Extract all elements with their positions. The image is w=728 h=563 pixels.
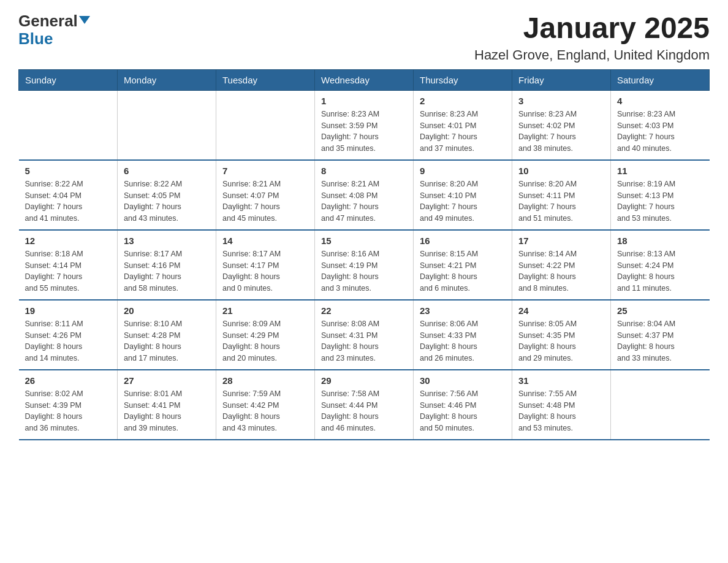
day-info: Sunrise: 8:05 AM Sunset: 4:35 PM Dayligh… [518,318,604,364]
day-info: Sunrise: 8:22 AM Sunset: 4:04 PM Dayligh… [25,178,112,224]
day-number: 1 [321,96,407,106]
logo-triangle-icon [79,16,90,24]
week-row-4: 19Sunrise: 8:11 AM Sunset: 4:26 PM Dayli… [19,300,710,370]
day-number: 2 [420,96,506,106]
calendar-cell: 27Sunrise: 8:01 AM Sunset: 4:41 PM Dayli… [118,370,216,440]
day-number: 11 [617,166,703,176]
calendar-cell: 9Sunrise: 8:20 AM Sunset: 4:10 PM Daylig… [414,160,512,230]
day-number: 5 [25,166,112,176]
calendar-cell: 23Sunrise: 8:06 AM Sunset: 4:33 PM Dayli… [414,300,512,370]
day-info: Sunrise: 8:23 AM Sunset: 4:03 PM Dayligh… [617,109,703,155]
day-number: 10 [518,166,604,176]
day-number: 28 [222,375,308,386]
calendar-cell: 22Sunrise: 8:08 AM Sunset: 4:31 PM Dayli… [315,300,414,370]
calendar-cell: 2Sunrise: 8:23 AM Sunset: 4:01 PM Daylig… [414,90,512,160]
calendar-subtitle: Hazel Grove, England, United Kingdom [474,47,710,63]
day-info: Sunrise: 7:55 AM Sunset: 4:48 PM Dayligh… [518,388,604,434]
calendar-cell: 15Sunrise: 8:16 AM Sunset: 4:19 PM Dayli… [315,230,414,300]
weekday-header-tuesday: Tuesday [216,69,315,90]
calendar-cell: 19Sunrise: 8:11 AM Sunset: 4:26 PM Dayli… [19,300,118,370]
day-number: 14 [222,236,308,246]
day-number: 12 [25,236,112,246]
calendar-cell: 29Sunrise: 7:58 AM Sunset: 4:44 PM Dayli… [315,370,414,440]
day-info: Sunrise: 8:10 AM Sunset: 4:28 PM Dayligh… [124,318,210,364]
day-number: 8 [321,166,407,176]
day-number: 26 [25,375,112,386]
day-number: 13 [124,236,210,246]
calendar-cell: 24Sunrise: 8:05 AM Sunset: 4:35 PM Dayli… [512,300,611,370]
day-info: Sunrise: 8:21 AM Sunset: 4:07 PM Dayligh… [222,178,308,224]
title-block: January 2025 Hazel Grove, England, Unite… [474,12,710,63]
day-info: Sunrise: 8:08 AM Sunset: 4:31 PM Dayligh… [321,318,407,364]
day-info: Sunrise: 8:20 AM Sunset: 4:10 PM Dayligh… [420,178,506,224]
day-info: Sunrise: 8:04 AM Sunset: 4:37 PM Dayligh… [617,318,703,364]
calendar-cell [19,90,118,160]
day-number: 3 [518,96,604,106]
day-info: Sunrise: 7:59 AM Sunset: 4:42 PM Dayligh… [222,388,308,434]
calendar-cell: 7Sunrise: 8:21 AM Sunset: 4:07 PM Daylig… [216,160,315,230]
weekday-header-friday: Friday [512,69,611,90]
day-info: Sunrise: 8:22 AM Sunset: 4:05 PM Dayligh… [124,178,210,224]
weekday-header-thursday: Thursday [414,69,512,90]
day-info: Sunrise: 8:17 AM Sunset: 4:17 PM Dayligh… [222,248,308,294]
calendar-cell [216,90,315,160]
week-row-1: 1Sunrise: 8:23 AM Sunset: 3:59 PM Daylig… [19,90,710,160]
day-info: Sunrise: 8:01 AM Sunset: 4:41 PM Dayligh… [124,388,210,434]
calendar-cell: 16Sunrise: 8:15 AM Sunset: 4:21 PM Dayli… [414,230,512,300]
day-number: 4 [617,96,703,106]
day-info: Sunrise: 8:15 AM Sunset: 4:21 PM Dayligh… [420,248,506,294]
weekday-header-wednesday: Wednesday [315,69,414,90]
calendar-cell [118,90,216,160]
calendar-cell: 14Sunrise: 8:17 AM Sunset: 4:17 PM Dayli… [216,230,315,300]
calendar-table: SundayMondayTuesdayWednesdayThursdayFrid… [18,69,710,440]
weekday-header-row: SundayMondayTuesdayWednesdayThursdayFrid… [19,69,710,90]
calendar-cell: 26Sunrise: 8:02 AM Sunset: 4:39 PM Dayli… [19,370,118,440]
day-number: 20 [124,305,210,316]
day-info: Sunrise: 8:23 AM Sunset: 4:02 PM Dayligh… [518,109,604,155]
logo-general: General [18,12,78,30]
day-number: 25 [617,305,703,316]
calendar-cell: 3Sunrise: 8:23 AM Sunset: 4:02 PM Daylig… [512,90,611,160]
day-info: Sunrise: 8:23 AM Sunset: 4:01 PM Dayligh… [420,109,506,155]
weekday-header-sunday: Sunday [19,69,118,90]
calendar-cell: 13Sunrise: 8:17 AM Sunset: 4:16 PM Dayli… [118,230,216,300]
calendar-cell: 20Sunrise: 8:10 AM Sunset: 4:28 PM Dayli… [118,300,216,370]
logo: General Blue [18,12,90,47]
day-number: 15 [321,236,407,246]
day-number: 23 [420,305,506,316]
calendar-cell: 25Sunrise: 8:04 AM Sunset: 4:37 PM Dayli… [611,300,710,370]
day-info: Sunrise: 8:06 AM Sunset: 4:33 PM Dayligh… [420,318,506,364]
page-header: General Blue January 2025 Hazel Grove, E… [18,12,710,63]
day-number: 24 [518,305,604,316]
day-number: 29 [321,375,407,386]
day-number: 21 [222,305,308,316]
day-number: 27 [124,375,210,386]
calendar-cell: 1Sunrise: 8:23 AM Sunset: 3:59 PM Daylig… [315,90,414,160]
day-info: Sunrise: 8:02 AM Sunset: 4:39 PM Dayligh… [25,388,112,434]
calendar-cell: 28Sunrise: 7:59 AM Sunset: 4:42 PM Dayli… [216,370,315,440]
week-row-2: 5Sunrise: 8:22 AM Sunset: 4:04 PM Daylig… [19,160,710,230]
day-info: Sunrise: 8:19 AM Sunset: 4:13 PM Dayligh… [617,178,703,224]
day-number: 19 [25,305,112,316]
day-number: 17 [518,236,604,246]
calendar-cell: 5Sunrise: 8:22 AM Sunset: 4:04 PM Daylig… [19,160,118,230]
calendar-cell: 10Sunrise: 8:20 AM Sunset: 4:11 PM Dayli… [512,160,611,230]
day-number: 22 [321,305,407,316]
day-info: Sunrise: 8:23 AM Sunset: 3:59 PM Dayligh… [321,109,407,155]
day-number: 7 [222,166,308,176]
calendar-cell: 6Sunrise: 8:22 AM Sunset: 4:05 PM Daylig… [118,160,216,230]
calendar-cell: 4Sunrise: 8:23 AM Sunset: 4:03 PM Daylig… [611,90,710,160]
calendar-cell: 31Sunrise: 7:55 AM Sunset: 4:48 PM Dayli… [512,370,611,440]
calendar-cell: 30Sunrise: 7:56 AM Sunset: 4:46 PM Dayli… [414,370,512,440]
day-number: 31 [518,375,604,386]
day-number: 18 [617,236,703,246]
calendar-cell: 17Sunrise: 8:14 AM Sunset: 4:22 PM Dayli… [512,230,611,300]
day-info: Sunrise: 8:11 AM Sunset: 4:26 PM Dayligh… [25,318,112,364]
calendar-cell: 21Sunrise: 8:09 AM Sunset: 4:29 PM Dayli… [216,300,315,370]
day-info: Sunrise: 8:21 AM Sunset: 4:08 PM Dayligh… [321,178,407,224]
day-info: Sunrise: 8:14 AM Sunset: 4:22 PM Dayligh… [518,248,604,294]
day-info: Sunrise: 8:17 AM Sunset: 4:16 PM Dayligh… [124,248,210,294]
day-number: 9 [420,166,506,176]
weekday-header-monday: Monday [118,69,216,90]
calendar-cell: 18Sunrise: 8:13 AM Sunset: 4:24 PM Dayli… [611,230,710,300]
